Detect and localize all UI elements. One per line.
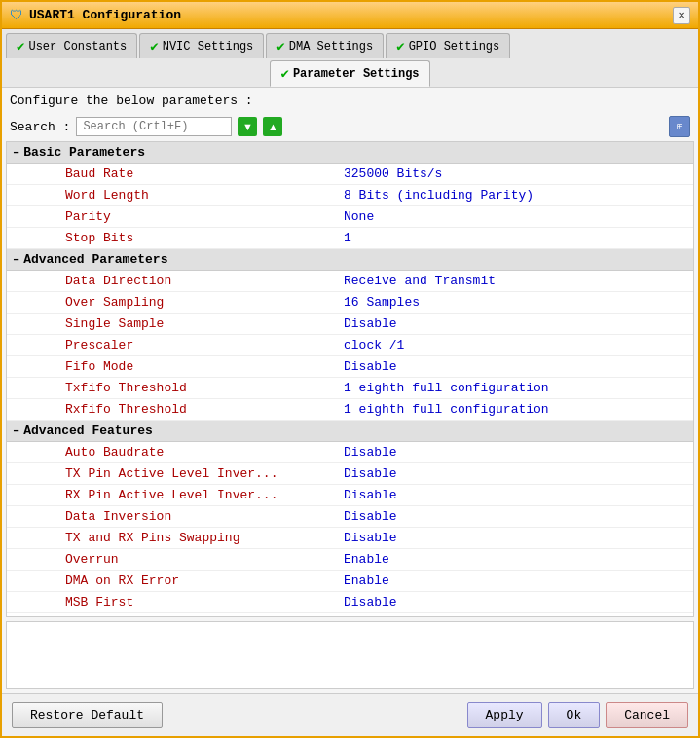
param-name: Single Sample [7, 314, 338, 334]
tab-check-user-constants: ✔ [17, 38, 24, 55]
param-value: Enable [338, 549, 693, 570]
tab-check-gpio: ✔ [396, 38, 404, 55]
table-row[interactable]: Baud Rate 325000 Bits/s [7, 164, 693, 185]
config-header: Configure the below parameters : [2, 88, 698, 112]
tab-check-dma: ✔ [276, 38, 284, 55]
param-name: RX Pin Active Level Inver... [7, 485, 338, 505]
param-value: 1 eighth full configuration [338, 378, 693, 398]
table-row[interactable]: MSB First Disable [7, 592, 693, 613]
param-name: Over Sampling [7, 292, 338, 313]
param-value: Disable [338, 442, 693, 462]
param-name: Auto Baudrate [7, 442, 338, 462]
table-row[interactable]: TX and RX Pins Swapping Disable [7, 528, 693, 549]
param-value: Disable [338, 506, 693, 527]
table-row[interactable]: Prescaler clock /1 [7, 335, 693, 356]
tabs-row2: ✔ Parameter Settings [6, 60, 694, 87]
table-row[interactable]: Data Direction Receive and Transmit [7, 271, 693, 292]
param-name: Txfifo Threshold [7, 378, 338, 398]
titlebar: 🛡 USART1 Configuration ✕ [2, 2, 698, 29]
param-name: Baud Rate [7, 164, 338, 184]
param-name: DMA on RX Error [7, 571, 338, 591]
param-value: Disable [338, 314, 693, 334]
param-name: Word Length [7, 185, 338, 205]
table-row[interactable]: Word Length 8 Bits (including Parity) [7, 185, 693, 206]
param-name: Fifo Mode [7, 356, 338, 377]
tab-label-user-constants: User Constants [28, 40, 127, 54]
section-label-advanced-features: Advanced Features [23, 424, 153, 438]
table-row[interactable]: Data Inversion Disable [7, 506, 693, 528]
param-value: 8 Bits (including Parity) [338, 185, 693, 205]
apply-button[interactable]: Apply [467, 702, 542, 728]
tab-user-constants[interactable]: ✔ User Constants [6, 33, 137, 58]
search-down-button[interactable]: ▼ [238, 117, 257, 136]
param-value: Enable [338, 571, 693, 591]
param-value: 16 Samples [338, 292, 693, 313]
tab-dma-settings[interactable]: ✔ DMA Settings [266, 33, 384, 58]
table-row[interactable]: Single Sample Disable [7, 314, 693, 335]
param-value: 1 [338, 228, 693, 248]
param-name: Data Inversion [7, 506, 338, 527]
search-row: Search : ▼ ▲ ⊞ [2, 112, 698, 141]
section-toggle-advanced-params[interactable]: – [13, 253, 19, 267]
params-table: – Basic Parameters Baud Rate 325000 Bits… [6, 141, 694, 617]
grid-view-button[interactable]: ⊞ [669, 116, 690, 137]
window-title: USART1 Configuration [29, 8, 181, 22]
table-row[interactable]: Parity None [7, 206, 693, 228]
param-name: Overrun [7, 549, 338, 570]
table-row[interactable]: DMA on RX Error Enable [7, 571, 693, 592]
search-label: Search : [10, 120, 70, 134]
param-value: Disable [338, 463, 693, 484]
param-value: None [338, 206, 693, 227]
param-value: Disable [338, 592, 693, 612]
restore-default-button[interactable]: Restore Default [12, 702, 163, 728]
search-input[interactable] [76, 117, 232, 136]
notes-area[interactable] [6, 621, 694, 689]
table-row[interactable]: Auto Baudrate Disable [7, 442, 693, 463]
titlebar-left: 🛡 USART1 Configuration [10, 8, 181, 23]
param-value: Disable [338, 528, 693, 548]
tab-label-dma: DMA Settings [289, 40, 373, 54]
search-up-button[interactable]: ▲ [263, 117, 282, 136]
section-toggle-basic-params[interactable]: – [13, 146, 19, 160]
param-value: Disable [338, 485, 693, 505]
param-value: Disable [338, 356, 693, 377]
table-row[interactable]: RX Pin Active Level Inver... Disable [7, 485, 693, 506]
tabs-area: ✔ User Constants ✔ NVIC Settings ✔ DMA S… [2, 29, 698, 88]
table-row[interactable]: Rxfifo Threshold 1 eighth full configura… [7, 399, 693, 421]
tab-check-nvic: ✔ [150, 38, 158, 55]
tab-parameter-settings[interactable]: ✔ Parameter Settings [270, 60, 429, 87]
table-row[interactable]: Fifo Mode Disable [7, 356, 693, 378]
table-row[interactable]: Stop Bits 1 [7, 228, 693, 249]
param-value: clock /1 [338, 335, 693, 355]
window: 🛡 USART1 Configuration ✕ ✔ User Constant… [0, 0, 700, 738]
shield-icon: 🛡 [10, 8, 23, 23]
tab-label-gpio: GPIO Settings [409, 40, 500, 54]
param-name: Rxfifo Threshold [7, 399, 338, 420]
section-header-advanced-params[interactable]: – Advanced Parameters [7, 249, 693, 271]
table-row[interactable]: TX Pin Active Level Inver... Disable [7, 463, 693, 485]
table-row[interactable]: Txfifo Threshold 1 eighth full configura… [7, 378, 693, 399]
tab-label-params: Parameter Settings [293, 67, 420, 81]
table-row[interactable]: Overrun Enable [7, 549, 693, 571]
tab-nvic-settings[interactable]: ✔ NVIC Settings [139, 33, 264, 58]
param-value: 325000 Bits/s [338, 164, 693, 184]
tab-check-params: ✔ [280, 65, 288, 82]
param-name: TX and RX Pins Swapping [7, 528, 338, 548]
content-area: Configure the below parameters : Search … [2, 88, 698, 693]
section-toggle-advanced-features[interactable]: – [13, 424, 19, 438]
param-name: Prescaler [7, 335, 338, 355]
section-label-advanced-params: Advanced Parameters [23, 252, 167, 267]
param-name: Data Direction [7, 271, 338, 291]
param-name: MSB First [7, 592, 338, 612]
tab-label-nvic: NVIC Settings [163, 40, 254, 54]
section-header-advanced-features[interactable]: – Advanced Features [7, 421, 693, 442]
section-header-basic-params[interactable]: – Basic Parameters [7, 142, 693, 164]
ok-button[interactable]: Ok [548, 702, 601, 728]
close-button[interactable]: ✕ [673, 7, 690, 24]
param-value: Receive and Transmit [338, 271, 693, 291]
table-row[interactable]: Over Sampling 16 Samples [7, 292, 693, 314]
section-label-basic-params: Basic Parameters [23, 145, 145, 160]
cancel-button[interactable]: Cancel [606, 702, 688, 728]
tab-gpio-settings[interactable]: ✔ GPIO Settings [386, 33, 510, 58]
param-name: TX Pin Active Level Inver... [7, 463, 338, 484]
